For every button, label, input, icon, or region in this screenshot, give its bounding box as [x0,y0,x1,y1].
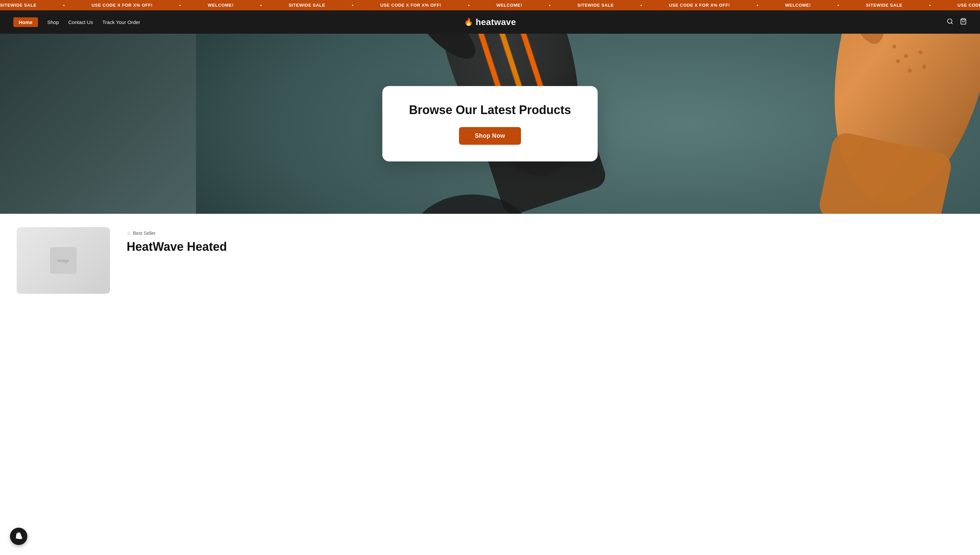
announcement-separator: • [261,3,262,8]
announcement-item: WELCOME! [496,3,522,8]
announcement-item: SITEWIDE SALE [866,3,903,8]
contact-link[interactable]: Contact Us [68,19,93,25]
hero-title: Browse Our Latest Products [409,103,571,117]
announcement-item: USE CODE X FOR X% OFF! [380,3,441,8]
announcement-item: WELCOME! [208,3,233,8]
product-title: HeatWave Heated [127,240,967,253]
announcement-separator: • [549,3,551,8]
best-seller-badge: ☆ Best Seller [127,231,967,236]
announcement-separator: • [640,3,642,8]
announcement-item: USE CODE X FOR X% OFF! [958,3,980,8]
best-seller-label: Best Seller [133,231,156,236]
placeholder-icon: Image [50,247,77,274]
product-image-placeholder: Image [17,227,110,294]
hero-card: Browse Our Latest Products Shop Now [382,86,598,162]
below-hero-section: Image ☆ Best Seller HeatWave Heated [0,214,980,294]
announcement-separator: • [757,3,758,8]
product-info-right: ☆ Best Seller HeatWave Heated [127,227,967,294]
announcement-item: SITEWIDE SALE [577,3,614,8]
nav-right [946,18,967,26]
announcement-bar: SITEWIDE SALE • USE CODE X FOR X% OFF! •… [0,0,980,10]
nav-left: Home Shop Contact Us Track Your Order [13,18,140,27]
announcement-item: SITEWIDE SALE [289,3,325,8]
announcement-item: SITEWIDE SALE [0,3,37,8]
star-icon: ☆ [127,231,131,236]
track-order-link[interactable]: Track Your Order [102,19,140,25]
announcement-track: SITEWIDE SALE • USE CODE X FOR X% OFF! •… [0,3,980,8]
announcement-separator: • [468,3,470,8]
announcement-separator: • [929,3,930,8]
announcement-item: USE CODE X FOR X% OFF! [92,3,153,8]
search-icon[interactable] [946,18,953,26]
svg-text:Image: Image [58,258,69,263]
navbar: Home Shop Contact Us Track Your Order 🔥 … [0,10,980,34]
flame-icon: 🔥 [464,18,473,26]
shop-now-button[interactable]: Shop Now [459,127,521,145]
cart-icon[interactable] [960,18,967,26]
announcement-separator: • [179,3,181,8]
home-button[interactable]: Home [13,18,38,27]
announcement-item: WELCOME! [785,3,811,8]
announcement-item: USE CODE X FOR X% OFF! [669,3,730,8]
brand-logo[interactable]: 🔥 heatwave [464,17,516,27]
shop-link[interactable]: Shop [47,19,59,25]
announcement-separator: • [352,3,354,8]
brand-name: heatwave [476,17,516,27]
svg-line-1 [951,22,953,24]
announcement-separator: • [838,3,839,8]
product-preview-left: Image [13,227,114,294]
announcement-separator: • [63,3,65,8]
hero-section: Browse Our Latest Products Shop Now [0,34,980,214]
